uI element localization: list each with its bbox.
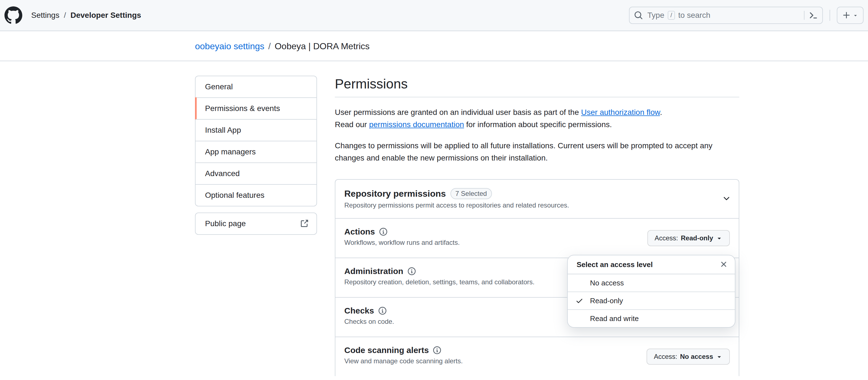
settings-breadcrumb: oobeyaio settings / Oobeya | DORA Metric… (195, 31, 370, 61)
sidebar-item-permissions-events[interactable]: Permissions & events (195, 97, 316, 119)
search-divider (804, 11, 805, 20)
app-subheader: oobeyaio settings / Oobeya | DORA Metric… (0, 31, 868, 61)
search-icon (634, 11, 643, 20)
sidebar-item-public-page[interactable]: Public page (195, 213, 316, 234)
sidebar-item-app-managers[interactable]: App managers (195, 141, 316, 163)
sidebar-item-advanced[interactable]: Advanced (195, 163, 316, 184)
page-title: Permissions (335, 76, 739, 92)
sidebar-item-optional-features[interactable]: Optional features (195, 184, 316, 206)
chevron-down-icon[interactable] (722, 194, 731, 203)
external-link-icon (300, 219, 309, 228)
header-breadcrumb: Settings / Developer Settings (31, 11, 141, 20)
title-divider (335, 97, 739, 97)
header-divider (830, 10, 830, 21)
app-header: Settings / Developer Settings Type/to se… (0, 0, 868, 31)
settings-breadcrumb-separator: / (268, 41, 271, 51)
create-new-button[interactable] (837, 7, 864, 24)
check-icon (576, 297, 583, 305)
repository-permissions-description: Repository permissions permit access to … (344, 201, 730, 209)
permission-row-code-scanning-alerts: Code scanning alerts View and manage cod… (335, 337, 739, 376)
permission-row-actions: Actions Workflows, workflow runs and art… (335, 218, 739, 257)
triangle-down-icon (716, 353, 722, 360)
breadcrumb-separator: / (64, 11, 66, 20)
command-palette-button[interactable] (804, 11, 818, 20)
intro-paragraph: User permissions are granted on an indiv… (335, 106, 739, 131)
public-page-box: Public page (195, 212, 317, 235)
triangle-down-icon (716, 235, 722, 241)
access-option-read-only[interactable]: Read-only (568, 292, 735, 310)
changes-note-paragraph: Changes to permissions will be applied t… (335, 140, 739, 164)
access-level-popup-title: Select an access level (568, 255, 735, 274)
repository-permissions-title: Repository permissions (344, 188, 446, 199)
slash-key-hint: / (668, 11, 675, 20)
github-logo-icon[interactable] (4, 6, 22, 24)
access-option-read-and-write[interactable]: Read and write (568, 310, 735, 327)
breadcrumb-developer-settings: Developer Settings (70, 11, 141, 20)
info-icon[interactable] (379, 228, 387, 236)
app-name-title: Oobeya | DORA Metrics (275, 41, 370, 51)
info-icon[interactable] (378, 307, 386, 315)
info-icon[interactable] (433, 346, 441, 354)
plus-icon (842, 11, 851, 20)
sidebar-item-general[interactable]: General (195, 76, 316, 97)
repository-permissions-header[interactable]: Repository permissions 7 Selected Reposi… (335, 180, 739, 218)
search-placeholder: Type/to search (647, 11, 710, 20)
settings-sidebar: General Permissions & events Install App… (195, 76, 317, 206)
main-content: Permissions User permissions are granted… (335, 76, 739, 376)
user-authorization-flow-link[interactable]: User authorization flow (581, 108, 660, 116)
selected-count-badge: 7 Selected (451, 188, 492, 199)
sidebar-item-install-app[interactable]: Install App (195, 119, 316, 141)
access-option-no-access[interactable]: No access (568, 274, 735, 292)
command-palette-icon (809, 11, 818, 20)
code-scanning-access-dropdown[interactable]: Access: No access (647, 349, 730, 365)
global-search-input[interactable]: Type/to search (629, 7, 823, 24)
permissions-documentation-link[interactable]: permissions documentation (369, 120, 464, 129)
header-right-group: Type/to search (629, 7, 864, 24)
close-icon[interactable] (719, 260, 728, 269)
breadcrumb-settings[interactable]: Settings (31, 11, 59, 20)
page: Settings / Developer Settings Type/to se… (0, 0, 868, 380)
info-icon[interactable] (408, 267, 415, 275)
actions-access-dropdown[interactable]: Access: Read-only (647, 230, 730, 246)
triangle-down-icon (853, 12, 858, 18)
access-level-popup: Select an access level No access Read-on… (567, 255, 735, 328)
org-settings-link[interactable]: oobeyaio settings (195, 41, 265, 51)
